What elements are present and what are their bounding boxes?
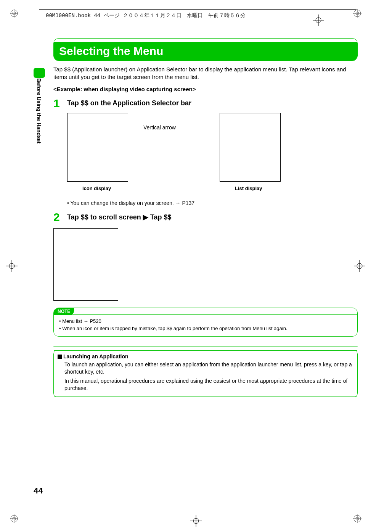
- page-title-banner: Selecting the Menu: [53, 38, 358, 61]
- step-number: 1: [53, 98, 67, 109]
- divider: [53, 347, 358, 347]
- launch-paragraph: In this manual, operational procedures a…: [64, 377, 353, 392]
- note-box: NOTE Menu list → P520 When an icon or it…: [53, 308, 358, 337]
- vertical-arrow-label: Vertical arrow: [143, 124, 176, 131]
- crop-mark-icon: [353, 514, 361, 523]
- square-bullet-icon: [58, 355, 62, 359]
- launch-paragraph: To launch an application, you can either…: [64, 361, 353, 376]
- launching-application-box: Launching an Application To launch an ap…: [53, 350, 358, 397]
- page-title: Selecting the Menu: [59, 45, 352, 58]
- crop-cross-icon: [190, 515, 202, 527]
- file-meta-header: 00M1000EN.book 44 ページ ２００４年１１月２４日 水曜日 午前…: [46, 12, 246, 19]
- note-heading: NOTE: [54, 308, 74, 315]
- crop-mark-icon: [10, 514, 18, 523]
- section-tab: [34, 68, 45, 78]
- crop-mark-icon: [10, 9, 18, 18]
- icon-display-caption: Icon display: [82, 185, 111, 191]
- launch-subheading: Launching an Application: [58, 353, 353, 360]
- example-heading: <Example: when displaying video capturin…: [53, 86, 358, 92]
- header-rule: [39, 9, 357, 10]
- step1-bullet: You can change the display on your scree…: [67, 200, 358, 206]
- note-item: Menu list → P520: [59, 318, 352, 325]
- launch-heading-text: Launching an Application: [63, 353, 129, 360]
- section-label: Before Using the Handset: [36, 78, 42, 143]
- step-2: 2 Tap $$ to scroll screen ▶ Tap $$: [53, 211, 358, 223]
- intro-paragraph: Tap $$ (Application launcher) on Applica…: [53, 66, 358, 81]
- display-illustration-row: Vertical arrow Icon display List display: [67, 113, 358, 197]
- list-display-caption: List display: [235, 185, 262, 191]
- step-title: Tap $$ to scroll screen ▶ Tap $$: [67, 211, 171, 221]
- list-display-placeholder: [220, 113, 281, 182]
- crop-cross-icon: [313, 15, 324, 26]
- page-number: 44: [34, 486, 43, 496]
- step-number: 2: [53, 211, 67, 223]
- icon-display-placeholder: [67, 113, 128, 182]
- crop-cross-icon: [6, 260, 18, 272]
- step-title: Tap $$ on the Application Selector bar: [67, 98, 191, 107]
- step2-screen-placeholder: [53, 228, 118, 301]
- step-1: 1 Tap $$ on the Application Selector bar: [53, 98, 358, 109]
- note-item: When an icon or item is tapped by mistak…: [59, 325, 352, 332]
- crop-mark-icon: [353, 9, 361, 18]
